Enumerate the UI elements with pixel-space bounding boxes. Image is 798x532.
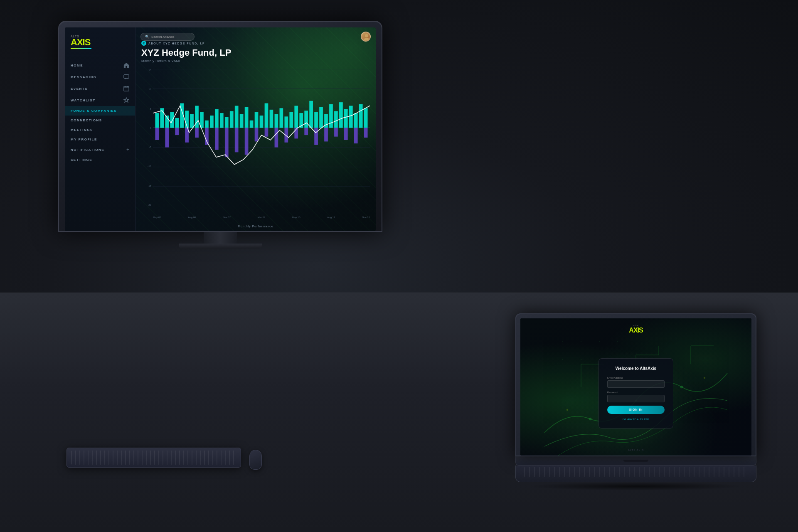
home-icon — [123, 62, 129, 68]
nav-item-meetings[interactable]: MEETINGS — [65, 125, 135, 135]
svg-rect-55 — [165, 128, 169, 147]
svg-rect-50 — [349, 106, 353, 128]
brand-bottom: ALTS AXIS — [628, 449, 644, 451]
svg-rect-53 — [364, 108, 368, 128]
monitor-bezel: alts AXIS HOME — [58, 21, 382, 232]
laptop-hinge-bar — [515, 456, 756, 466]
y-label-15: 15 — [148, 69, 151, 71]
chart-area: 15 10 5 0 -5 -10 -15 -20 — [141, 69, 370, 219]
nav-item-events[interactable]: EVENTS — [65, 83, 135, 94]
monthly-performance-label: Monthly Performance — [238, 225, 273, 228]
new-user-link[interactable]: I'M NEW TO ALTS AXIS — [607, 418, 665, 421]
chart-y-labels: 15 10 5 0 -5 -10 -15 -20 — [141, 69, 151, 206]
nav-label-connections: CONNECTIONS — [71, 118, 102, 122]
svg-rect-18 — [190, 114, 194, 128]
x-label-2: Aug 06 — [188, 216, 196, 219]
email-input[interactable] — [607, 380, 665, 388]
y-label-0: 0 — [150, 127, 151, 129]
login-logo: alts AXIS — [629, 324, 643, 334]
nav-label-settings: SETTINGS — [71, 158, 92, 162]
nav-item-settings[interactable]: SETTINGS — [65, 155, 135, 165]
sign-in-button[interactable]: SIGN IN — [607, 406, 665, 414]
nav-item-watchlist[interactable]: WATCHLIST — [65, 94, 135, 106]
star-icon — [123, 97, 129, 103]
search-icon: 🔍 — [145, 35, 149, 39]
svg-rect-61 — [225, 128, 229, 157]
nav-items: HOME MESSAGING — [65, 56, 135, 231]
x-label-5: May 10 — [292, 216, 300, 219]
laptop-keyboard — [515, 466, 756, 482]
y-label-n10: -10 — [148, 165, 151, 167]
sidebar: alts AXIS HOME — [65, 27, 135, 231]
scene: alts AXIS HOME — [0, 0, 798, 532]
login-logo-main: AXIS — [629, 327, 643, 334]
svg-rect-46 — [329, 104, 333, 128]
laptop: alts AXIS Welcome to AltsAxis Email Addr… — [515, 313, 756, 490]
x-label-1: May 05 — [153, 216, 161, 219]
monitor-stand-neck — [204, 232, 237, 244]
nav-item-notifications[interactable]: NOTIFICATIONS + — [65, 144, 135, 155]
user-avatar[interactable] — [361, 32, 371, 42]
nav-item-profile[interactable]: MY PROFILE — [65, 135, 135, 144]
about-text: ABOUT XYZ HEDGE FUND, LP — [148, 42, 205, 45]
svg-rect-34 — [270, 110, 273, 128]
login-logo-xis: XIS — [633, 327, 643, 334]
svg-rect-30 — [250, 121, 254, 128]
email-label: Email Address — [607, 377, 665, 379]
svg-rect-47 — [334, 111, 338, 128]
svg-rect-35 — [275, 114, 278, 128]
top-bar: 🔍 Search AltsAxis — [135, 32, 376, 42]
password-input[interactable] — [607, 395, 665, 402]
svg-rect-63 — [245, 128, 249, 155]
svg-rect-23 — [215, 109, 219, 128]
svg-rect-1 — [124, 86, 129, 91]
svg-rect-72 — [334, 128, 338, 136]
svg-rect-37 — [284, 116, 288, 128]
logo-highlight: A — [71, 37, 77, 47]
svg-rect-62 — [235, 128, 239, 152]
nav-label-meetings: MEETINGS — [71, 128, 93, 132]
login-ui: alts AXIS Welcome to AltsAxis Email Addr… — [520, 318, 751, 456]
svg-rect-54 — [155, 128, 159, 140]
svg-point-86 — [581, 359, 581, 360]
app-ui: alts AXIS HOME — [65, 27, 376, 231]
message-icon — [123, 74, 129, 80]
svg-point-76 — [589, 418, 592, 421]
nav-label-funds: FUNDS & COMPANIES — [71, 109, 117, 113]
laptop-shadow — [527, 482, 744, 490]
svg-point-79 — [566, 409, 568, 411]
svg-rect-44 — [319, 107, 323, 128]
svg-rect-75 — [364, 128, 368, 138]
nav-label-messaging: MESSAGING — [71, 75, 96, 79]
monitor-keyboard — [66, 448, 241, 468]
svg-rect-58 — [195, 128, 199, 138]
nav-item-messaging[interactable]: MESSAGING — [65, 71, 135, 83]
logo-rest: XIS — [77, 37, 90, 47]
nav-label-watchlist: WATCHLIST — [71, 99, 96, 102]
nav-item-home[interactable]: HOME — [65, 59, 135, 71]
svg-rect-51 — [354, 113, 358, 128]
svg-rect-36 — [280, 108, 283, 128]
svg-point-83 — [599, 341, 600, 342]
svg-rect-64 — [255, 128, 259, 141]
svg-rect-69 — [304, 128, 308, 135]
svg-rect-21 — [205, 121, 209, 128]
logo-area: alts AXIS — [65, 31, 135, 56]
search-bar[interactable]: 🔍 Search AltsAxis — [140, 33, 195, 41]
svg-rect-32 — [260, 116, 264, 128]
monitor: alts AXIS HOME — [58, 21, 382, 249]
svg-rect-31 — [255, 112, 259, 128]
y-label-10: 10 — [148, 88, 151, 91]
laptop-screen: alts AXIS Welcome to AltsAxis Email Addr… — [520, 318, 751, 456]
main-content: 🔍 Search AltsAxis — [135, 27, 376, 231]
password-label: Password — [607, 391, 665, 394]
nav-item-funds[interactable]: FUNDS & COMPANIES — [65, 106, 135, 116]
svg-rect-15 — [175, 118, 179, 128]
monitor-screen: alts AXIS HOME — [65, 27, 376, 231]
logo-main: AXIS — [71, 38, 129, 47]
chart-svg — [153, 69, 370, 206]
nav-item-connections[interactable]: CONNECTIONS — [65, 116, 135, 125]
svg-point-84 — [617, 341, 618, 342]
svg-rect-66 — [275, 128, 278, 147]
svg-rect-26 — [230, 111, 234, 128]
